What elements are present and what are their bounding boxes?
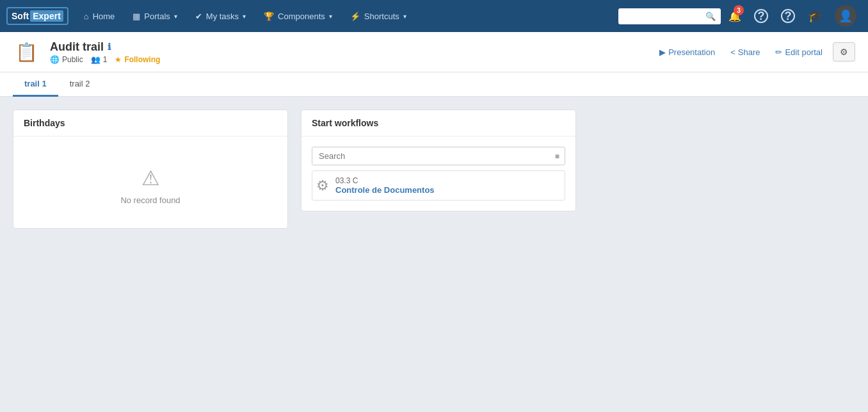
logo-soft: Soft <box>12 11 29 21</box>
notifications-button[interactable]: 🔔 3 <box>723 0 746 32</box>
birthdays-widget-header: Birthdays <box>13 110 287 136</box>
search-icon: 🔍 <box>705 12 716 21</box>
graduation-button[interactable]: 🎓 <box>803 0 827 32</box>
navbar: Soft Expert ⌂ Home ▦ Portals ▾ ✔ My task… <box>0 0 868 32</box>
workflow-code: 03.3 C <box>335 176 435 185</box>
logo[interactable]: Soft Expert <box>6 7 68 25</box>
star-icon: ★ <box>115 55 122 64</box>
birthdays-widget-body: ⚠ No record found <box>13 136 287 228</box>
birthdays-title: Birthdays <box>24 118 65 128</box>
nav-components[interactable]: 🏆 Components ▾ <box>256 0 340 32</box>
header-meta: 🌐 Public 👥 1 ★ Following <box>50 55 160 64</box>
no-record-text: No record found <box>120 195 180 205</box>
nav-components-label: Components <box>278 12 325 21</box>
audit-trail-icon: 📋 <box>15 42 38 63</box>
check-icon: ✔ <box>195 12 202 21</box>
user-avatar-button[interactable]: 👤 <box>830 0 862 32</box>
chevron-down-icon4: ▾ <box>403 13 406 20</box>
nav-mytasks[interactable]: ✔ My tasks ▾ <box>188 0 253 32</box>
share-button[interactable]: < Share <box>725 45 765 60</box>
info-icon: ? <box>781 9 795 23</box>
followers-count: 1 <box>103 55 108 64</box>
nav-portals-label: Portals <box>144 12 170 21</box>
presentation-icon: ▶ <box>659 47 666 57</box>
birthdays-widget: Birthdays ⚠ No record found <box>13 110 288 229</box>
search-container[interactable]: 🔍 <box>613 0 721 32</box>
workflow-item[interactable]: ⚙ 03.3 C Controle de Documentos <box>312 170 565 201</box>
nav-home-label: Home <box>93 12 115 21</box>
following-label: Following <box>124 55 160 64</box>
bolt-icon: ⚡ <box>350 12 360 21</box>
workflow-search-input[interactable] <box>312 147 550 165</box>
graduation-icon: 🎓 <box>808 9 822 23</box>
workflow-gear-icon: ⚙ <box>316 177 329 194</box>
tabs-bar: trail 1 trail 2 <box>0 72 868 97</box>
edit-portal-label: Edit portal <box>785 47 823 57</box>
workflow-search-bar[interactable]: ■ <box>312 147 565 165</box>
avatar: 👤 <box>835 5 856 27</box>
logo-expert: Expert <box>30 10 63 22</box>
settings-button[interactable]: ⚙ <box>833 42 855 62</box>
followers-icon: 👥 <box>91 55 100 64</box>
page-title-text: Audit trail <box>50 40 104 54</box>
header-actions: ▶ Presentation < Share ✏ Edit portal ⚙ <box>654 42 855 62</box>
header-left: 📋 Audit trail ℹ 🌐 Public 👥 1 ★ Following <box>13 38 160 65</box>
share-icon: < <box>730 47 735 57</box>
workflows-title: Start workflows <box>312 118 378 128</box>
nav-mytasks-label: My tasks <box>206 12 239 21</box>
nav-home[interactable]: ⌂ Home <box>76 0 123 32</box>
no-record-container: ⚠ No record found <box>24 147 277 218</box>
header-title-block: Audit trail ℹ 🌐 Public 👥 1 ★ Following <box>50 40 160 64</box>
workflow-name: Controle de Documentos <box>335 185 435 195</box>
tab-trail-1-label: trail 1 <box>24 79 47 88</box>
globe-icon: 🌐 <box>50 55 60 64</box>
tab-trail-2-label: trail 2 <box>70 79 90 88</box>
edit-portal-button[interactable]: ✏ Edit portal <box>770 45 828 60</box>
nav-shortcuts-label: Shortcuts <box>364 12 399 21</box>
trophy-icon: 🏆 <box>264 12 274 21</box>
info-button[interactable]: ? <box>776 0 800 32</box>
tab-trail-1[interactable]: trail 1 <box>13 72 58 97</box>
help-button[interactable]: ? <box>749 0 773 32</box>
nav-portals[interactable]: ▦ Portals ▾ <box>125 0 184 32</box>
chevron-down-icon2: ▾ <box>243 13 246 20</box>
tab-trail-2[interactable]: trail 2 <box>58 72 102 97</box>
home-icon: ⌂ <box>84 12 89 21</box>
chevron-down-icon: ▾ <box>174 13 177 20</box>
workflows-widget-header: Start workflows <box>301 110 575 136</box>
visibility-item: 🌐 Public <box>50 55 83 64</box>
workflows-widget-body: ■ ⚙ 03.3 C Controle de Documentos <box>301 136 575 211</box>
warning-triangle-icon: ⚠ <box>141 166 160 190</box>
portals-icon: ▦ <box>133 12 140 21</box>
page-icon: 📋 <box>13 38 40 65</box>
info-circle-icon[interactable]: ℹ <box>108 42 111 52</box>
gear-icon: ⚙ <box>840 47 848 57</box>
pencil-icon: ✏ <box>775 47 782 57</box>
help-circle-icon: ? <box>754 9 768 23</box>
header-bar: 📋 Audit trail ℹ 🌐 Public 👥 1 ★ Following <box>0 32 868 72</box>
workflows-widget: Start workflows ■ ⚙ 03.3 C Controle de D… <box>301 110 576 211</box>
workflow-search-icon: ■ <box>550 152 565 161</box>
visibility-label: Public <box>62 55 83 64</box>
presentation-label: Presentation <box>668 47 715 57</box>
notification-badge: 3 <box>734 5 744 15</box>
share-label: Share <box>738 47 760 57</box>
header-title: Audit trail ℹ <box>50 40 160 54</box>
workflow-info: 03.3 C Controle de Documentos <box>335 176 435 195</box>
following-item[interactable]: ★ Following <box>115 55 160 64</box>
main-content: Birthdays ⚠ No record found Start workfl… <box>0 97 868 242</box>
presentation-button[interactable]: ▶ Presentation <box>654 45 720 60</box>
chevron-down-icon3: ▾ <box>329 13 332 20</box>
followers-item[interactable]: 👥 1 <box>91 55 108 64</box>
nav-shortcuts[interactable]: ⚡ Shortcuts ▾ <box>342 0 414 32</box>
